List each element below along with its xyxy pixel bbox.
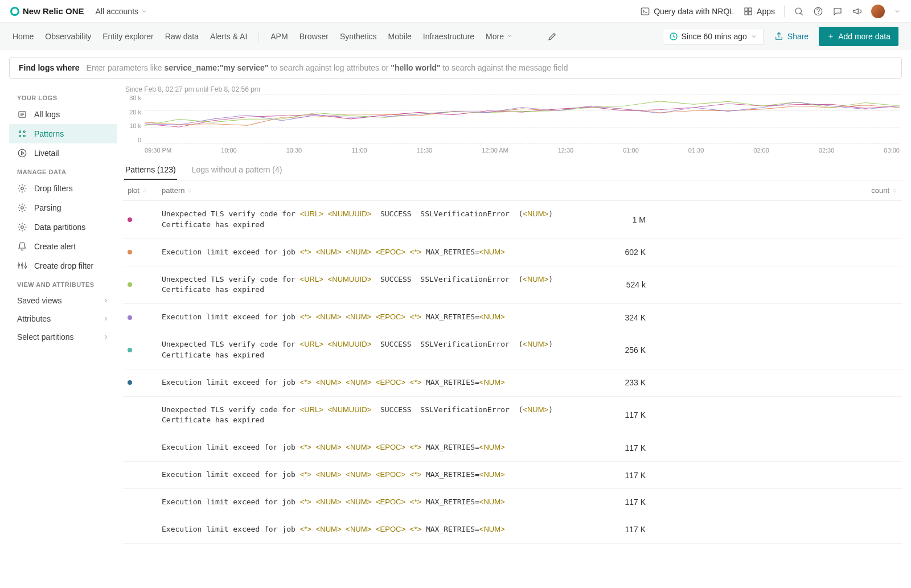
table-row[interactable]: Unexpected TLS verify code for <URL> <NU… bbox=[123, 331, 902, 369]
col-plot[interactable]: plot bbox=[128, 186, 162, 195]
bell-icon bbox=[17, 241, 27, 252]
sidebar-item-parsing[interactable]: Parsing bbox=[9, 198, 117, 217]
chart-ylabels: 30 k 20 k 10 k 0 bbox=[125, 94, 141, 143]
sidebar-item-all-logs[interactable]: All logs bbox=[9, 105, 117, 124]
sidebar-label: Attributes bbox=[17, 314, 51, 323]
table-row[interactable]: Execution limit exceed for job <*> <NUM>… bbox=[123, 304, 902, 331]
count-cell: 117 K bbox=[594, 497, 646, 507]
pattern-text: Execution limit exceed for job <*> <NUM>… bbox=[162, 377, 594, 388]
nav-alerts[interactable]: Alerts & AI bbox=[210, 32, 247, 41]
share-button[interactable]: Share bbox=[774, 31, 809, 42]
chevron-down-icon bbox=[750, 33, 757, 40]
sort-icon bbox=[892, 188, 897, 194]
svg-rect-4 bbox=[745, 11, 748, 14]
table-row[interactable]: Unexpected TLS verify code for <URL> <NU… bbox=[123, 201, 902, 239]
main-content: Since Feb 8, 02:27 pm until Feb 8, 02:56… bbox=[117, 85, 902, 544]
table-row[interactable]: Execution limit exceed for job <*> <NUM>… bbox=[123, 369, 902, 397]
nav-apm[interactable]: APM bbox=[270, 32, 288, 41]
table-row[interactable]: Execution limit exceed for job <*> <NUM>… bbox=[123, 516, 902, 544]
tab-patterns[interactable]: Patterns (123) bbox=[124, 161, 177, 180]
svg-point-23 bbox=[21, 226, 24, 229]
log-search-bar[interactable]: Find logs where Enter parameters like se… bbox=[9, 57, 902, 79]
pattern-text: Execution limit exceed for job <*> <NUM>… bbox=[162, 247, 594, 258]
sidebar-item-attributes[interactable]: Attributes bbox=[9, 310, 117, 328]
chevron-down-icon bbox=[506, 32, 513, 39]
nav-raw-data[interactable]: Raw data bbox=[165, 32, 199, 41]
patterns-icon bbox=[17, 129, 27, 139]
sort-icon bbox=[142, 188, 147, 194]
terminal-icon bbox=[640, 6, 650, 17]
pattern-text: Execution limit exceed for job <*> <NUM>… bbox=[162, 442, 594, 453]
sidebar-label: Data partitions bbox=[34, 223, 85, 232]
table-header: plot pattern count bbox=[123, 180, 902, 201]
filter-icon bbox=[17, 261, 27, 271]
sidebar-item-drop-filters[interactable]: Drop filters bbox=[9, 179, 117, 198]
sidebar-label: Drop filters bbox=[34, 184, 73, 193]
nrql-link[interactable]: Query data with NRQL bbox=[640, 6, 734, 17]
play-icon bbox=[17, 148, 27, 158]
edit-icon[interactable] bbox=[547, 31, 557, 42]
chevron-down-icon[interactable] bbox=[894, 8, 901, 15]
chat-icon[interactable] bbox=[832, 6, 843, 17]
tab-no-pattern[interactable]: Logs without a pattern (4) bbox=[191, 161, 284, 180]
series-dot bbox=[128, 217, 132, 222]
sidebar-item-create-drop-filter[interactable]: Create drop filter bbox=[9, 256, 117, 276]
pattern-text: Execution limit exceed for job <*> <NUM>… bbox=[162, 312, 594, 323]
table-row[interactable]: Execution limit exceed for job <*> <NUM>… bbox=[123, 489, 902, 516]
time-picker[interactable]: Since 60 mins ago bbox=[663, 28, 764, 45]
sidebar-item-saved-views[interactable]: Saved views bbox=[9, 291, 117, 310]
nav-entity-explorer[interactable]: Entity explorer bbox=[102, 32, 153, 41]
svg-rect-5 bbox=[749, 11, 752, 14]
navbar: Home Observability Entity explorer Raw d… bbox=[0, 23, 911, 50]
nav-more[interactable]: More bbox=[486, 32, 513, 41]
add-data-button[interactable]: ＋ Add more data bbox=[819, 27, 898, 46]
count-cell: 117 K bbox=[594, 410, 646, 420]
nav-synthetics[interactable]: Synthetics bbox=[340, 32, 377, 41]
sidebar-item-select-partitions[interactable]: Select partitions bbox=[9, 328, 117, 346]
sidebar-item-create-alert[interactable]: Create alert bbox=[9, 237, 117, 256]
chart-plot[interactable] bbox=[145, 94, 900, 143]
help-icon[interactable] bbox=[813, 6, 823, 17]
table-row[interactable]: Unexpected TLS verify code for <URL> <NU… bbox=[123, 266, 902, 305]
apps-link[interactable]: Apps bbox=[743, 6, 775, 17]
pattern-text: Execution limit exceed for job <*> <NUM>… bbox=[162, 470, 594, 480]
nav-home[interactable]: Home bbox=[13, 32, 34, 41]
pattern-text: Execution limit exceed for job <*> <NUM>… bbox=[162, 497, 594, 508]
sidebar-item-livetail[interactable]: Livetail bbox=[9, 143, 117, 163]
svg-point-21 bbox=[21, 187, 24, 190]
announce-icon[interactable] bbox=[852, 6, 862, 17]
table-row[interactable]: Execution limit exceed for job <*> <NUM>… bbox=[123, 462, 902, 489]
sidebar-label: Create drop filter bbox=[34, 261, 93, 270]
col-count[interactable]: count bbox=[846, 186, 897, 195]
nav-observability[interactable]: Observability bbox=[45, 32, 91, 41]
svg-line-7 bbox=[801, 13, 803, 15]
sidebar-item-partitions[interactable]: Data partitions bbox=[9, 217, 117, 237]
account-picker[interactable]: All accounts bbox=[96, 7, 147, 16]
svg-point-26 bbox=[25, 266, 27, 268]
divider bbox=[258, 31, 259, 42]
nav-mobile[interactable]: Mobile bbox=[388, 32, 412, 41]
list-icon bbox=[17, 109, 27, 120]
table-row[interactable]: Execution limit exceed for job <*> <NUM>… bbox=[123, 239, 902, 266]
count-cell: 117 K bbox=[594, 471, 646, 480]
search-icon[interactable] bbox=[794, 6, 804, 17]
svg-point-6 bbox=[795, 8, 802, 14]
chevron-down-icon bbox=[141, 8, 147, 15]
pattern-text: Unexpected TLS verify code for <URL> <NU… bbox=[162, 274, 594, 296]
avatar[interactable] bbox=[871, 5, 885, 18]
svg-marker-20 bbox=[22, 151, 24, 155]
grid-icon bbox=[743, 6, 753, 17]
brand-logo[interactable]: New Relic ONE bbox=[10, 6, 84, 16]
table-row[interactable]: Unexpected TLS verify code for <URL> <NU… bbox=[123, 397, 902, 435]
count-cell: 117 K bbox=[594, 525, 646, 534]
nav-browser[interactable]: Browser bbox=[299, 32, 329, 41]
gear-icon bbox=[17, 183, 27, 194]
divider bbox=[784, 6, 785, 17]
sidebar-item-patterns[interactable]: Patterns bbox=[9, 124, 117, 143]
chevron-right-icon bbox=[102, 315, 109, 322]
col-pattern[interactable]: pattern bbox=[162, 186, 846, 195]
nav-infra[interactable]: Infraestructure bbox=[423, 32, 474, 41]
table-row[interactable]: Execution limit exceed for job <*> <NUM>… bbox=[123, 434, 902, 462]
time-label: Since 60 mins ago bbox=[682, 32, 747, 41]
sidebar-label: Saved views bbox=[17, 296, 62, 305]
